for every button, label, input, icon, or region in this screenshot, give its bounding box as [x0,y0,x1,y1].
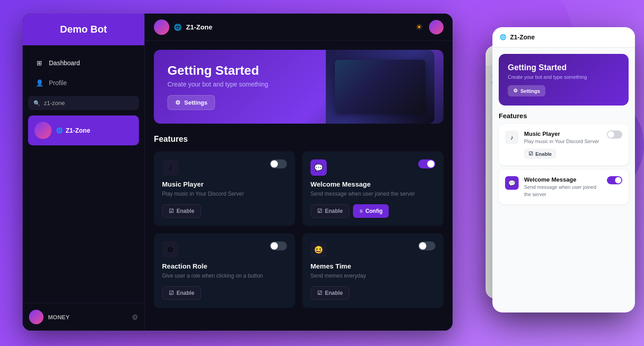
server-avatar [34,122,52,139]
reaction-role-name: Reaction Role [162,262,287,270]
decorative-circle-1 [472,0,572,82]
memes-time-toggle[interactable] [418,241,435,250]
mobile-back-content: Chann... Where... Selec... Messa... The … [486,67,621,145]
topbar-server-avatar [154,19,169,35]
config-label: Config [365,208,382,214]
sun-icon[interactable]: ☀ [415,22,423,32]
settings-button[interactable]: ⚙ Settings [167,95,215,110]
banner-subtitle: Create your bot and type something [167,81,430,88]
app-container: Demo Bot ⊞ Dashboard 👤 Profile 🔍 🌐 [23,14,453,331]
enable-label-memes: Enable [325,290,343,296]
feature-card-reaction-role: ⚙ Reaction Role Give user a role when cl… [154,233,295,308]
mobile-globe-icon: 🌐 [499,53,506,59]
sidebar-nav: ⊞ Dashboard 👤 Profile 🔍 🌐 Z1-Zone [23,45,144,303]
search-input[interactable] [44,100,134,106]
welcome-message-toggle[interactable] [418,159,435,168]
server-name: 🌐 Z1-Zone [56,127,90,134]
config-icon: ≡ [359,208,363,214]
mobile-music-info: Music Player Play music in Your Discord … [524,130,601,159]
globe-icon: 🌐 [56,127,63,134]
sidebar-item-label-dashboard: Dashboard [49,59,80,67]
topbar-right: ☀ [415,20,444,34]
server-avatar-img [34,122,52,139]
mobile-channel-select[interactable]: Selec... [492,88,615,103]
mobile-message-label: Messa... [492,109,615,115]
server-name-text: Z1-Zone [66,127,90,134]
app-title: Demo Bot [60,24,107,35]
mobile-front-topbar: 🌐 Z1-Zone [492,27,635,48]
feature-header-memes: 😆 [310,241,435,258]
mobile-message-input[interactable]: Type... [492,125,615,139]
sidebar-item-profile[interactable]: 👤 Profile [26,73,141,92]
welcome-message-desc: Send message when user joined the server [310,190,435,198]
mobile-channel-label: Chann... [492,73,615,79]
server-card[interactable]: 🌐 Z1-Zone [28,115,139,145]
reaction-role-desc: Give user a role when clicking on a butt… [162,272,287,280]
reaction-icon-wrap: ⚙ [162,241,178,258]
feature-card-welcome-message: 💬 Welcome Message Send message when user… [302,151,444,226]
enable-icon-welcome: ☑ [317,208,322,214]
feature-card-memes-time: 😆 Memes Time Send memes everyday ☑ Enabl… [302,233,444,308]
enable-label-reaction: Enable [177,290,194,296]
welcome-config-btn[interactable]: ≡ Config [353,204,389,218]
mobile-card-front: 🌐 Z1-Zone Getting Started Create your bo… [492,27,635,312]
sidebar-bottom: MONEY ⚙ [23,303,144,331]
user-avatar [29,310,43,324]
mobile-welcome-toggle[interactable] [607,176,622,184]
mobile-banner-title: Getting Started [508,63,620,72]
mobile-card-back: ‹ 🌐 Z1-Zone Chann... Where... Selec... M… [486,45,621,299]
memes-time-desc: Send memes everyday [310,272,435,280]
mobile-front-globe-icon: 🌐 [500,34,506,40]
getting-started-banner: Getting Started Create your bot and type… [154,50,444,124]
mobile-message-desc: The me... [492,117,615,123]
welcome-enable-btn[interactable]: ☑ Enable [310,204,349,218]
toggle-knob [608,131,614,138]
mobile-welcome-desc: Send message when user joined the server [524,184,601,198]
welcome-message-name: Welcome Message [310,180,435,188]
mobile-channel-desc: Where... [492,81,615,86]
sidebar-item-label-profile: Profile [49,79,67,86]
music-player-toggle[interactable] [270,159,287,168]
mobile-welcome-icon: 💬 [505,176,519,190]
mobile-back-server-name: Z1-Zone [509,52,534,59]
mobile-enable-icon: ☑ [529,151,533,157]
music-icon: ♪ [168,163,172,172]
mobile-front-server-name: Z1-Zone [510,34,534,41]
mobile-back-icon: ‹ [493,52,495,60]
music-icon-wrap: ♪ [162,159,178,176]
sidebar: Demo Bot ⊞ Dashboard 👤 Profile 🔍 🌐 [23,14,145,331]
enable-icon: ☑ [169,208,174,214]
mobile-welcome-name: Welcome Message [524,176,601,183]
mobile-feature-item-welcome: 💬 Welcome Message Send message when user… [499,170,629,204]
music-player-name: Music Player [162,180,287,188]
memes-time-footer: ☑ Enable [310,286,435,300]
search-bar[interactable]: 🔍 [28,96,139,110]
reaction-role-toggle[interactable] [270,241,287,250]
music-player-enable-btn[interactable]: ☑ Enable [162,204,201,218]
reaction-role-footer: ☑ Enable [162,286,287,300]
grid-icon: ⊞ [35,59,43,67]
feature-header: ♪ [162,159,287,176]
enable-icon-reaction: ☑ [169,290,174,296]
enable-label-welcome: Enable [325,208,343,214]
mobile-settings-label: Settings [520,88,540,94]
topbar-user-avatar[interactable] [429,20,444,34]
sidebar-logo: Demo Bot [23,14,144,45]
feature-card-music-player: ♪ Music Player Play music in Your Discor… [154,151,295,226]
gear-icon[interactable]: ⚙ [132,313,138,322]
user-icon: 👤 [35,79,43,87]
enable-icon-memes: ☑ [317,290,322,296]
mobile-settings-btn[interactable]: ⚙ Settings [508,85,545,96]
mobile-back-topbar: ‹ 🌐 Z1-Zone [486,45,621,67]
mobile-features-title: Features [492,112,635,120]
mobile-music-enable-btn[interactable]: ☑ Enable [524,149,556,159]
message-icon: 💬 [314,163,323,172]
mobile-music-name: Music Player [524,130,601,137]
enable-label: Enable [177,208,194,214]
memes-enable-btn[interactable]: ☑ Enable [310,286,349,300]
sidebar-item-dashboard[interactable]: ⊞ Dashboard [26,53,141,72]
banner-title: Getting Started [167,63,430,78]
mobile-enable-label: Enable [535,151,552,157]
mobile-music-toggle[interactable] [607,130,622,139]
reaction-enable-btn[interactable]: ☑ Enable [162,286,201,300]
